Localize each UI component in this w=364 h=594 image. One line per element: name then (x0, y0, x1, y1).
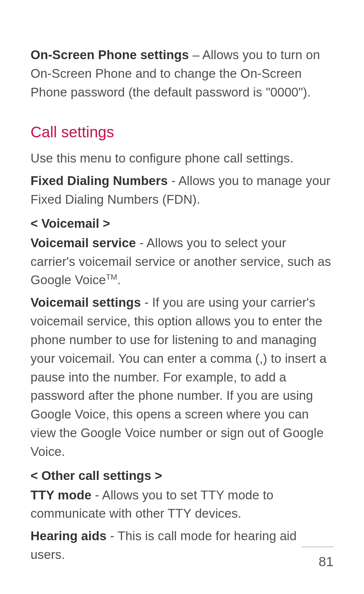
paragraph-voicemail-service: Voicemail service - Allows you to select… (31, 234, 333, 290)
subheading-voicemail: < Voicemail > (31, 214, 333, 233)
page-number-divider (301, 547, 333, 547)
subheading-other-call-settings: < Other call settings > (31, 467, 333, 485)
document-page: On-Screen Phone settings – Allows you to… (0, 0, 364, 594)
text-vm-settings-rest: - If you are using your carrier's voicem… (31, 295, 327, 459)
bold-hearing-aids: Hearing aids (31, 529, 106, 543)
paragraph-fdn: Fixed Dialing Numbers - Allows you to ma… (31, 172, 333, 209)
paragraph-hearing-aids: Hearing aids - This is call mode for hea… (31, 527, 333, 564)
text-vm-service-post: . (117, 273, 121, 287)
page-number: 81 (301, 554, 333, 569)
bold-voicemail-service: Voicemail service (31, 236, 136, 250)
paragraph-onscreen-phone: On-Screen Phone settings – Allows you to… (31, 46, 333, 101)
heading-call-settings: Call settings (31, 124, 333, 141)
paragraph-voicemail-settings: Voicemail settings - If you are using yo… (31, 293, 333, 461)
superscript-tm: TM (106, 272, 118, 281)
bold-tty-mode: TTY mode (31, 488, 92, 502)
paragraph-use-menu: Use this menu to configure phone call se… (31, 149, 333, 168)
bold-on-screen-phone-settings: On-Screen Phone settings (31, 48, 189, 62)
page-footer: 81 (301, 547, 333, 569)
bold-fixed-dialing-numbers: Fixed Dialing Numbers (31, 174, 168, 188)
paragraph-tty-mode: TTY mode - Allows you to set TTY mode to… (31, 486, 333, 523)
bold-voicemail-settings: Voicemail settings (31, 295, 141, 309)
